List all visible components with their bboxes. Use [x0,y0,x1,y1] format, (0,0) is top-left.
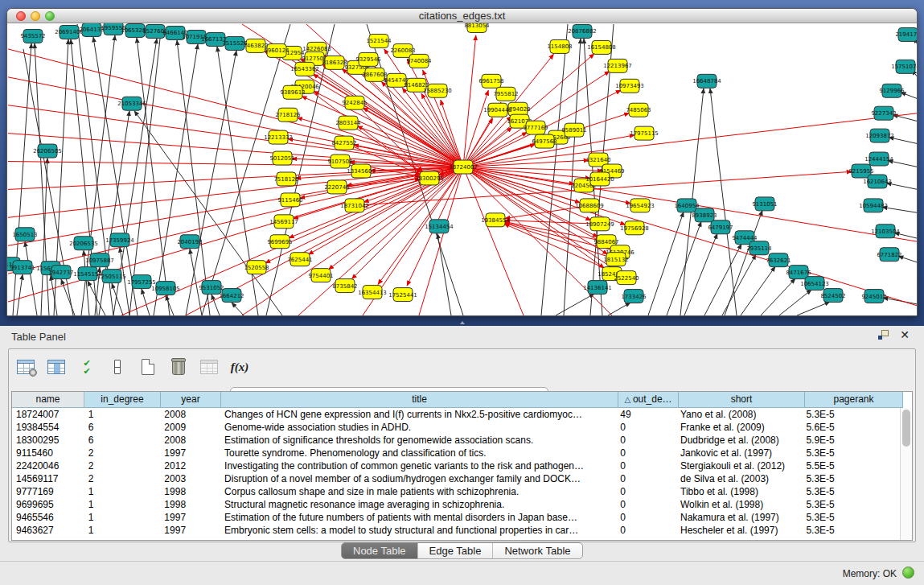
cell-out_degree[interactable]: 0 [616,485,676,498]
cell-out_degree[interactable]: 0 [616,434,676,447]
graph-node[interactable]: 9329546 [355,52,380,66]
network-window-titlebar[interactable]: citations_edges.txt [7,9,917,23]
cell-pagerank[interactable]: 5.3E-5 [802,485,900,498]
cell-short[interactable]: Nakamura et al. (1997) [676,511,802,524]
column-header-short[interactable]: short [679,392,805,408]
cell-year[interactable]: 2003 [160,472,220,485]
row-height-icon[interactable] [107,356,128,377]
graph-node[interactable]: 9435572 [20,29,45,43]
cell-pagerank[interactable]: 5.3E-5 [802,408,900,421]
graph-node[interactable]: 1650513 [12,228,37,241]
graph-node[interactable]: 26206505 [33,144,62,158]
tab-network-table[interactable]: Network Table [493,543,581,558]
graph-node[interactable]: 8524502 [820,289,845,303]
cell-name[interactable]: 9465546 [12,511,84,524]
graph-edge[interactable] [137,38,170,315]
scrollbar-thumb[interactable] [902,410,910,447]
graph-node[interactable]: 19904448 [483,103,512,117]
graph-edge[interactable] [154,44,198,315]
graph-edge[interactable] [8,105,463,167]
graph-node[interactable]: 8735842 [332,279,357,293]
cell-year[interactable]: 2008 [160,434,220,447]
graph-edge[interactable] [17,274,23,315]
close-panel-icon[interactable]: ✕ [900,330,910,340]
graph-node[interactable]: 16354413 [358,286,387,299]
cell-out_degree[interactable]: 0 [616,421,676,434]
cell-pagerank[interactable]: 5.5E-5 [802,459,900,472]
graph-node[interactable]: 8186328 [322,56,347,69]
cell-out_degree[interactable]: 0 [616,459,676,472]
graph-edge[interactable] [142,289,150,315]
cell-out_degree[interactable]: 0 [616,524,676,537]
graph-node[interactable]: 20876882 [568,24,597,38]
cell-out_degree[interactable]: 0 [616,511,676,524]
graph-node[interactable]: 2935114 [746,241,772,255]
table-row[interactable]: 1872400712008Changes of HCN gene express… [12,408,900,421]
graph-edge[interactable] [190,249,202,315]
graph-node[interactable]: 9227343 [871,106,896,120]
show-columns-icon[interactable] [46,356,67,377]
cell-name[interactable]: 9463627 [12,524,84,537]
graph-edge[interactable] [8,167,463,246]
graph-edge[interactable] [8,167,463,274]
cell-in_degree[interactable]: 2 [84,447,161,459]
table-row[interactable]: 977716911998Corpus callosum shape and si… [12,485,900,498]
graph-node[interactable]: 5960124 [264,43,290,57]
graph-edge[interactable] [556,294,594,315]
graph-node[interactable]: 18731042 [340,199,369,212]
network-view-canvas[interactable]: 1872400718300295891295414226083912750881… [7,23,917,315]
cell-name[interactable]: 9777169 [12,485,84,498]
graph-node[interactable]: 21053346 [117,97,146,110]
graph-edge[interactable] [648,212,684,315]
graph-edge[interactable] [883,298,917,304]
graph-edge[interactable] [8,167,463,303]
graph-node[interactable]: 7515526 [222,36,247,50]
graph-node[interactable]: 10594482 [859,199,888,212]
graph-node[interactable]: 20206535 [69,237,98,250]
graph-node[interactable]: 9913741 [10,261,35,274]
graph-node[interactable]: 7625441 [287,253,312,266]
graph-node[interactable]: 8813054 [464,23,490,32]
graph-edge[interactable] [684,233,717,315]
cell-in_degree[interactable]: 6 [84,421,161,434]
graph-node[interactable]: 15751074 [891,60,917,73]
graph-node[interactable]: 2194172 [895,27,917,41]
column-header-year[interactable]: year [161,392,221,408]
cell-pagerank[interactable]: 5.3E-5 [802,447,900,459]
column-header-title[interactable]: title [221,392,618,408]
cell-year[interactable]: 1997 [160,524,220,537]
network-window[interactable]: citations_edges.txt 18724007183002958912… [6,8,918,316]
graph-edge[interactable] [129,24,162,315]
cell-title[interactable]: Estimation of significance thresholds fo… [220,434,616,447]
graph-node[interactable]: 1521544 [366,34,392,47]
cell-pagerank[interactable]: 5.3E-5 [802,511,900,524]
table-options-icon[interactable] [15,356,36,377]
graph-edge[interactable] [667,221,701,315]
cell-in_degree[interactable]: 6 [84,434,161,447]
graph-node[interactable]: 12103504 [871,225,900,238]
graph-edge[interactable] [202,24,290,315]
graph-node[interactable]: 8938923 [692,208,717,222]
cell-in_degree[interactable]: 1 [84,485,161,498]
delete-table-icon[interactable] [168,356,189,377]
graph-node[interactable]: 6771822 [877,248,901,262]
graph-node[interactable]: 15134454 [425,220,454,233]
cell-title[interactable]: Tourette syndrome. Phenomenology and cla… [220,447,616,459]
graph-node[interactable]: 16648784 [692,74,721,88]
cell-out_degree[interactable]: 0 [616,498,676,511]
cell-year[interactable]: 1998 [160,485,220,498]
column-header-in_degree[interactable]: in_degree [84,392,161,408]
graph-node[interactable]: 7955812 [493,87,518,101]
function-builder-icon[interactable]: f(x) [229,356,250,377]
cell-name[interactable]: 14569117 [12,472,84,485]
graph-node[interactable]: 6961758 [478,74,503,88]
graph-node[interactable]: 10975887 [85,253,114,267]
cell-pagerank[interactable]: 5.3E-5 [802,472,900,485]
graph-node[interactable]: 1815132 [603,253,628,266]
panel-splitter-handle[interactable] [458,320,467,325]
graph-node[interactable]: 7518120 [273,172,298,186]
graph-edge[interactable] [722,254,756,315]
cell-short[interactable]: Jankovic et al. (1997) [676,447,802,459]
cell-in_degree[interactable]: 2 [84,472,161,485]
graph-node[interactable]: 9245012 [861,290,886,303]
